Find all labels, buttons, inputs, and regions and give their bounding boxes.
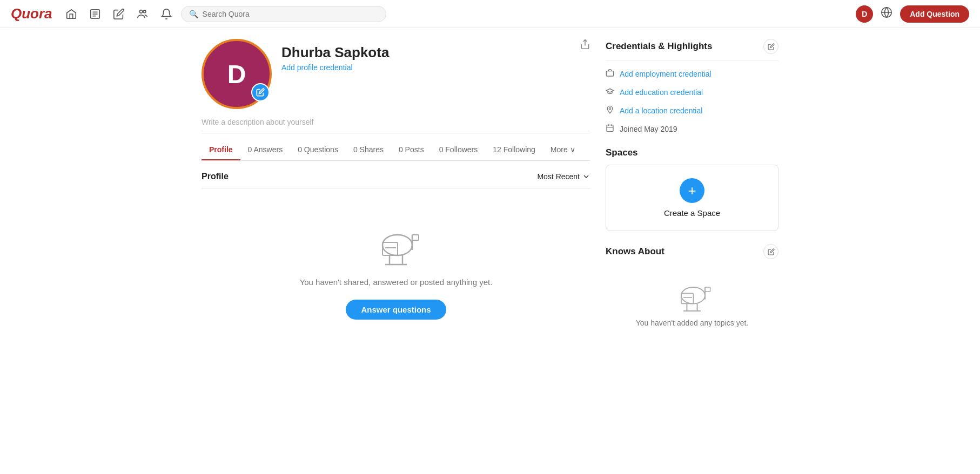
tab-profile[interactable]: Profile <box>202 140 240 160</box>
answers-icon[interactable] <box>89 8 101 20</box>
credentials-card: Credentials & Highlights Add employment … <box>606 39 778 134</box>
avatar-edit-button[interactable] <box>251 83 270 101</box>
briefcase-icon <box>606 69 614 79</box>
location-icon <box>606 105 614 116</box>
most-recent-label: Most Recent <box>537 172 580 181</box>
employment-label: Add employment credential <box>620 70 711 78</box>
svg-rect-16 <box>606 71 613 76</box>
knows-about-card: Knows About You haven't added any topics… <box>606 244 778 336</box>
knows-empty-text: You haven't added any topics yet. <box>636 319 748 327</box>
tab-questions[interactable]: 0 Questions <box>290 140 346 160</box>
share-button[interactable] <box>580 39 590 52</box>
answer-questions-button[interactable]: Answer questions <box>346 300 446 320</box>
knows-about-edit-button[interactable] <box>763 244 778 259</box>
main-container: D Dhurba Sapkota Add profile credential … <box>193 28 787 360</box>
navbar-right: D Add Question <box>856 5 969 23</box>
navbar: Quora 🔍 D Add Question <box>0 0 980 28</box>
center-content: D Dhurba Sapkota Add profile credential … <box>202 39 590 349</box>
tab-more[interactable]: More ∨ <box>543 140 583 160</box>
svg-rect-11 <box>412 235 419 240</box>
nav-icons <box>65 8 172 20</box>
add-question-button[interactable]: Add Question <box>900 5 969 23</box>
most-recent-button[interactable]: Most Recent <box>537 172 590 181</box>
create-space-label: Create a Space <box>664 208 720 218</box>
profile-header: D Dhurba Sapkota Add profile credential <box>202 39 590 109</box>
joined-info: Joined May 2019 <box>606 124 778 134</box>
location-label: Add a location credential <box>620 106 702 115</box>
avatar-wrapper: D <box>202 39 272 109</box>
tab-answers[interactable]: 0 Answers <box>240 140 291 160</box>
profile-description[interactable]: Write a description about yourself <box>202 118 590 133</box>
edit-icon[interactable] <box>113 8 125 20</box>
create-space-button[interactable]: + Create a Space <box>606 165 778 231</box>
credentials-edit-button[interactable] <box>763 39 778 54</box>
joined-label: Joined May 2019 <box>620 125 677 133</box>
spaces-card: Spaces + Create a Space <box>606 147 778 231</box>
tab-shares[interactable]: 0 Shares <box>346 140 391 160</box>
education-label: Add education credential <box>620 88 703 97</box>
profile-info: Dhurba Sapkota Add profile credential <box>281 39 389 72</box>
empty-text: You haven't shared, answered or posted a… <box>300 277 493 287</box>
groups-icon[interactable] <box>137 8 149 20</box>
tab-posts[interactable]: 0 Posts <box>391 140 432 160</box>
svg-point-5 <box>143 10 146 13</box>
knows-about-title: Knows About <box>606 244 778 259</box>
section-title: Profile <box>202 172 229 181</box>
profile-credential-link[interactable]: Add profile credential <box>281 63 389 72</box>
right-sidebar: Credentials & Highlights Add employment … <box>606 39 778 349</box>
svg-point-4 <box>139 10 143 13</box>
empty-state: You haven't shared, answered or posted a… <box>202 197 590 341</box>
tab-following[interactable]: 12 Following <box>485 140 543 160</box>
calendar-icon <box>606 124 614 134</box>
create-space-plus-icon: + <box>680 178 704 203</box>
search-icon: 🔍 <box>189 10 198 18</box>
profile-name: Dhurba Sapkota <box>281 44 389 61</box>
globe-icon[interactable] <box>881 6 892 21</box>
quora-logo: Quora <box>11 5 52 22</box>
tab-followers[interactable]: 0 Followers <box>432 140 486 160</box>
home-icon[interactable] <box>65 8 77 20</box>
spaces-title: Spaces <box>606 147 778 158</box>
location-credential[interactable]: Add a location credential <box>606 105 778 116</box>
knows-about-empty: You haven't added any topics yet. <box>606 266 778 336</box>
tabs: Profile 0 Answers 0 Questions 0 Shares 0… <box>202 140 590 161</box>
search-bar[interactable]: 🔍 <box>181 6 386 22</box>
graduation-icon <box>606 87 614 98</box>
education-credential[interactable]: Add education credential <box>606 87 778 98</box>
employment-credential[interactable]: Add employment credential <box>606 69 778 79</box>
credentials-divider <box>606 60 778 61</box>
avatar-letter: D <box>227 59 246 89</box>
credentials-title: Credentials & Highlights <box>606 39 778 54</box>
svg-point-18 <box>609 107 610 109</box>
mailbox-illustration <box>369 219 423 269</box>
bell-icon[interactable] <box>160 8 172 20</box>
user-avatar[interactable]: D <box>856 5 873 23</box>
svg-rect-26 <box>705 287 710 292</box>
svg-rect-19 <box>607 125 613 132</box>
search-input[interactable] <box>203 10 378 18</box>
section-header: Profile Most Recent <box>202 172 590 188</box>
